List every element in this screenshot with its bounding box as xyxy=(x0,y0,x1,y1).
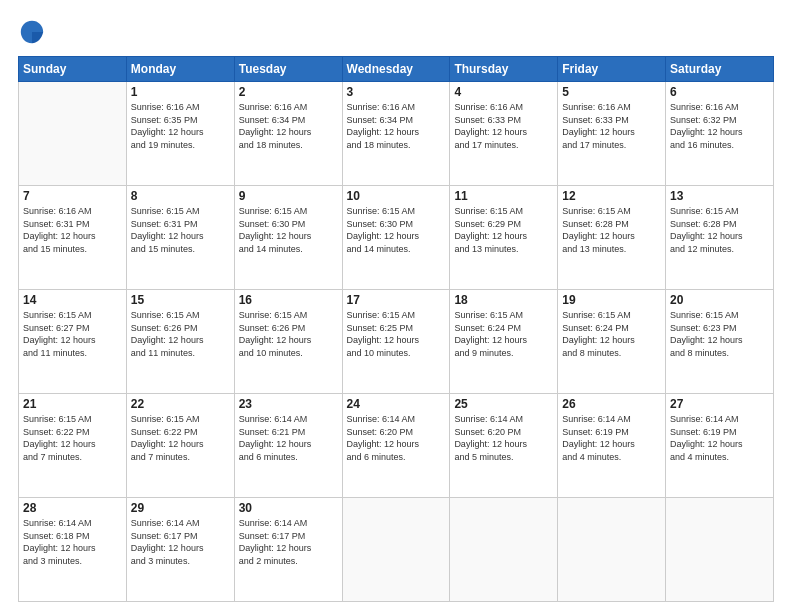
day-info: Sunrise: 6:15 AM Sunset: 6:31 PM Dayligh… xyxy=(131,205,230,255)
day-info: Sunrise: 6:16 AM Sunset: 6:35 PM Dayligh… xyxy=(131,101,230,151)
col-sunday: Sunday xyxy=(19,57,127,82)
day-info: Sunrise: 6:15 AM Sunset: 6:23 PM Dayligh… xyxy=(670,309,769,359)
day-info: Sunrise: 6:15 AM Sunset: 6:30 PM Dayligh… xyxy=(347,205,446,255)
col-wednesday: Wednesday xyxy=(342,57,450,82)
calendar-cell: 20Sunrise: 6:15 AM Sunset: 6:23 PM Dayli… xyxy=(666,290,774,394)
col-thursday: Thursday xyxy=(450,57,558,82)
day-info: Sunrise: 6:14 AM Sunset: 6:19 PM Dayligh… xyxy=(670,413,769,463)
logo-icon xyxy=(18,18,46,46)
day-number: 23 xyxy=(239,397,338,411)
calendar-header-row: Sunday Monday Tuesday Wednesday Thursday… xyxy=(19,57,774,82)
day-number: 26 xyxy=(562,397,661,411)
calendar-week-row: 1Sunrise: 6:16 AM Sunset: 6:35 PM Daylig… xyxy=(19,82,774,186)
calendar-cell: 5Sunrise: 6:16 AM Sunset: 6:33 PM Daylig… xyxy=(558,82,666,186)
day-info: Sunrise: 6:14 AM Sunset: 6:20 PM Dayligh… xyxy=(454,413,553,463)
day-number: 4 xyxy=(454,85,553,99)
logo xyxy=(18,18,50,46)
calendar-table: Sunday Monday Tuesday Wednesday Thursday… xyxy=(18,56,774,602)
day-number: 2 xyxy=(239,85,338,99)
day-info: Sunrise: 6:15 AM Sunset: 6:22 PM Dayligh… xyxy=(131,413,230,463)
calendar-cell: 15Sunrise: 6:15 AM Sunset: 6:26 PM Dayli… xyxy=(126,290,234,394)
calendar-cell: 1Sunrise: 6:16 AM Sunset: 6:35 PM Daylig… xyxy=(126,82,234,186)
calendar-cell: 9Sunrise: 6:15 AM Sunset: 6:30 PM Daylig… xyxy=(234,186,342,290)
col-friday: Friday xyxy=(558,57,666,82)
day-number: 13 xyxy=(670,189,769,203)
calendar-cell xyxy=(450,498,558,602)
day-number: 6 xyxy=(670,85,769,99)
day-number: 8 xyxy=(131,189,230,203)
day-info: Sunrise: 6:14 AM Sunset: 6:20 PM Dayligh… xyxy=(347,413,446,463)
day-info: Sunrise: 6:15 AM Sunset: 6:24 PM Dayligh… xyxy=(562,309,661,359)
day-info: Sunrise: 6:14 AM Sunset: 6:21 PM Dayligh… xyxy=(239,413,338,463)
calendar-cell: 19Sunrise: 6:15 AM Sunset: 6:24 PM Dayli… xyxy=(558,290,666,394)
day-number: 22 xyxy=(131,397,230,411)
day-info: Sunrise: 6:15 AM Sunset: 6:25 PM Dayligh… xyxy=(347,309,446,359)
day-number: 14 xyxy=(23,293,122,307)
day-info: Sunrise: 6:16 AM Sunset: 6:31 PM Dayligh… xyxy=(23,205,122,255)
calendar-cell: 3Sunrise: 6:16 AM Sunset: 6:34 PM Daylig… xyxy=(342,82,450,186)
day-info: Sunrise: 6:15 AM Sunset: 6:24 PM Dayligh… xyxy=(454,309,553,359)
day-info: Sunrise: 6:14 AM Sunset: 6:17 PM Dayligh… xyxy=(131,517,230,567)
day-number: 15 xyxy=(131,293,230,307)
day-number: 19 xyxy=(562,293,661,307)
day-number: 7 xyxy=(23,189,122,203)
calendar-cell: 8Sunrise: 6:15 AM Sunset: 6:31 PM Daylig… xyxy=(126,186,234,290)
calendar-cell: 7Sunrise: 6:16 AM Sunset: 6:31 PM Daylig… xyxy=(19,186,127,290)
calendar-cell: 16Sunrise: 6:15 AM Sunset: 6:26 PM Dayli… xyxy=(234,290,342,394)
calendar-cell: 22Sunrise: 6:15 AM Sunset: 6:22 PM Dayli… xyxy=(126,394,234,498)
day-info: Sunrise: 6:16 AM Sunset: 6:34 PM Dayligh… xyxy=(239,101,338,151)
day-number: 12 xyxy=(562,189,661,203)
calendar-cell: 30Sunrise: 6:14 AM Sunset: 6:17 PM Dayli… xyxy=(234,498,342,602)
day-info: Sunrise: 6:15 AM Sunset: 6:27 PM Dayligh… xyxy=(23,309,122,359)
calendar-cell: 25Sunrise: 6:14 AM Sunset: 6:20 PM Dayli… xyxy=(450,394,558,498)
calendar-cell: 10Sunrise: 6:15 AM Sunset: 6:30 PM Dayli… xyxy=(342,186,450,290)
calendar-cell: 11Sunrise: 6:15 AM Sunset: 6:29 PM Dayli… xyxy=(450,186,558,290)
day-info: Sunrise: 6:16 AM Sunset: 6:33 PM Dayligh… xyxy=(454,101,553,151)
day-number: 24 xyxy=(347,397,446,411)
day-number: 20 xyxy=(670,293,769,307)
day-number: 11 xyxy=(454,189,553,203)
calendar-week-row: 14Sunrise: 6:15 AM Sunset: 6:27 PM Dayli… xyxy=(19,290,774,394)
day-info: Sunrise: 6:14 AM Sunset: 6:18 PM Dayligh… xyxy=(23,517,122,567)
calendar-cell: 18Sunrise: 6:15 AM Sunset: 6:24 PM Dayli… xyxy=(450,290,558,394)
day-number: 27 xyxy=(670,397,769,411)
calendar-cell xyxy=(558,498,666,602)
day-info: Sunrise: 6:15 AM Sunset: 6:26 PM Dayligh… xyxy=(239,309,338,359)
day-info: Sunrise: 6:16 AM Sunset: 6:34 PM Dayligh… xyxy=(347,101,446,151)
day-number: 3 xyxy=(347,85,446,99)
calendar-cell xyxy=(342,498,450,602)
calendar-cell: 13Sunrise: 6:15 AM Sunset: 6:28 PM Dayli… xyxy=(666,186,774,290)
day-info: Sunrise: 6:14 AM Sunset: 6:17 PM Dayligh… xyxy=(239,517,338,567)
day-info: Sunrise: 6:15 AM Sunset: 6:30 PM Dayligh… xyxy=(239,205,338,255)
day-info: Sunrise: 6:16 AM Sunset: 6:33 PM Dayligh… xyxy=(562,101,661,151)
col-monday: Monday xyxy=(126,57,234,82)
calendar-week-row: 21Sunrise: 6:15 AM Sunset: 6:22 PM Dayli… xyxy=(19,394,774,498)
calendar-cell: 2Sunrise: 6:16 AM Sunset: 6:34 PM Daylig… xyxy=(234,82,342,186)
calendar-cell: 26Sunrise: 6:14 AM Sunset: 6:19 PM Dayli… xyxy=(558,394,666,498)
day-number: 5 xyxy=(562,85,661,99)
day-number: 17 xyxy=(347,293,446,307)
calendar-week-row: 28Sunrise: 6:14 AM Sunset: 6:18 PM Dayli… xyxy=(19,498,774,602)
page-header xyxy=(18,18,774,46)
day-info: Sunrise: 6:15 AM Sunset: 6:22 PM Dayligh… xyxy=(23,413,122,463)
day-info: Sunrise: 6:15 AM Sunset: 6:29 PM Dayligh… xyxy=(454,205,553,255)
day-info: Sunrise: 6:16 AM Sunset: 6:32 PM Dayligh… xyxy=(670,101,769,151)
day-info: Sunrise: 6:14 AM Sunset: 6:19 PM Dayligh… xyxy=(562,413,661,463)
calendar-cell: 17Sunrise: 6:15 AM Sunset: 6:25 PM Dayli… xyxy=(342,290,450,394)
day-info: Sunrise: 6:15 AM Sunset: 6:26 PM Dayligh… xyxy=(131,309,230,359)
calendar-cell: 21Sunrise: 6:15 AM Sunset: 6:22 PM Dayli… xyxy=(19,394,127,498)
calendar-cell: 14Sunrise: 6:15 AM Sunset: 6:27 PM Dayli… xyxy=(19,290,127,394)
calendar-week-row: 7Sunrise: 6:16 AM Sunset: 6:31 PM Daylig… xyxy=(19,186,774,290)
calendar-cell: 27Sunrise: 6:14 AM Sunset: 6:19 PM Dayli… xyxy=(666,394,774,498)
day-number: 18 xyxy=(454,293,553,307)
day-number: 28 xyxy=(23,501,122,515)
day-info: Sunrise: 6:15 AM Sunset: 6:28 PM Dayligh… xyxy=(562,205,661,255)
calendar-cell xyxy=(19,82,127,186)
calendar-cell: 29Sunrise: 6:14 AM Sunset: 6:17 PM Dayli… xyxy=(126,498,234,602)
day-info: Sunrise: 6:15 AM Sunset: 6:28 PM Dayligh… xyxy=(670,205,769,255)
calendar-cell: 24Sunrise: 6:14 AM Sunset: 6:20 PM Dayli… xyxy=(342,394,450,498)
calendar-cell: 6Sunrise: 6:16 AM Sunset: 6:32 PM Daylig… xyxy=(666,82,774,186)
calendar-cell: 4Sunrise: 6:16 AM Sunset: 6:33 PM Daylig… xyxy=(450,82,558,186)
calendar-cell: 23Sunrise: 6:14 AM Sunset: 6:21 PM Dayli… xyxy=(234,394,342,498)
day-number: 30 xyxy=(239,501,338,515)
